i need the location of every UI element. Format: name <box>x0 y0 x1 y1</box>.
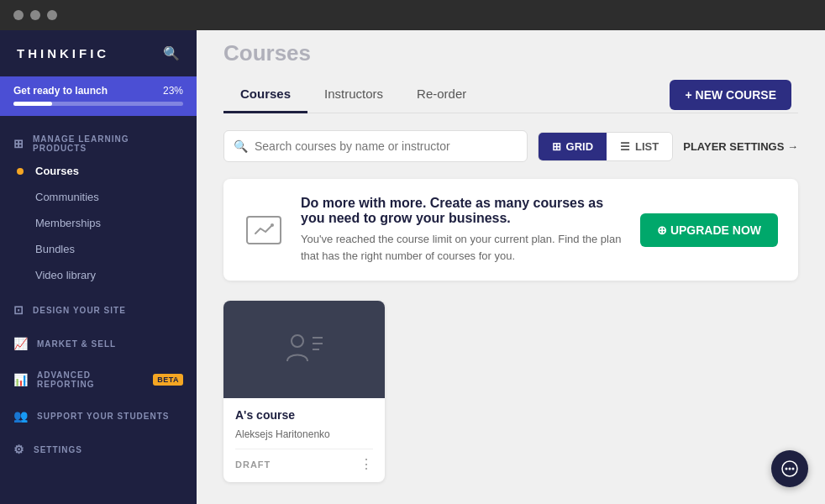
player-settings-link[interactable]: PLAYER SETTINGS → <box>683 140 798 153</box>
sidebar-section-manage-learning: ⊞ MANAGE LEARNING PRODUCTS Courses Commu… <box>0 123 197 288</box>
design-site-icon: ⊡ <box>13 303 24 317</box>
progress-header: Get ready to launch 23% <box>13 85 183 97</box>
chat-bubble-button[interactable] <box>771 450 808 487</box>
traffic-light-3[interactable] <box>47 10 57 20</box>
search-wrapper: 🔍 <box>223 130 528 162</box>
app-layout: THINKIFIC 🔍 Get ready to launch 23% ⊞ MA… <box>0 30 825 504</box>
new-course-button[interactable]: + NEW COURSE <box>670 80 791 110</box>
grid-icon: ⊞ <box>552 140 561 153</box>
grid-view-button[interactable]: ⊞ GRID <box>539 133 607 160</box>
progress-label: Get ready to launch <box>13 85 108 97</box>
banner-icon <box>244 210 284 250</box>
list-icon: ☰ <box>620 140 630 153</box>
svg-point-7 <box>786 468 788 470</box>
list-view-button[interactable]: ☰ LIST <box>607 133 672 160</box>
tab-reorder[interactable]: Re-order <box>400 76 483 113</box>
tab-courses[interactable]: Courses <box>223 76 307 113</box>
title-bar <box>0 0 825 30</box>
view-toggle: ⊞ GRID ☰ LIST <box>538 132 674 161</box>
course-footer: DRAFT ⋮ <box>235 449 373 472</box>
beta-badge: BETA <box>153 374 183 386</box>
tabs-row: Courses Instructors Re-order + NEW COURS… <box>223 76 798 113</box>
sidebar-section-market-sell-label[interactable]: 📈 MARKET & SELL <box>0 325 197 355</box>
page-title: Courses <box>223 40 798 66</box>
banner-description: You've reached the course limit on your … <box>301 231 623 264</box>
svg-point-8 <box>789 468 791 470</box>
sidebar: THINKIFIC 🔍 Get ready to launch 23% ⊞ MA… <box>0 30 197 504</box>
svg-point-9 <box>792 468 795 470</box>
filter-bar: 🔍 ⊞ GRID ☰ LIST PLAYER SETTINGS → <box>223 130 798 162</box>
svg-point-2 <box>292 335 303 347</box>
sidebar-progress: Get ready to launch 23% <box>0 76 197 116</box>
sidebar-section-support-students-label[interactable]: 👥 SUPPORT YOUR STUDENTS <box>0 397 197 428</box>
search-input[interactable] <box>223 130 528 162</box>
course-author: Aleksejs Haritonenko <box>235 428 373 440</box>
sidebar-header: THINKIFIC 🔍 <box>0 30 197 76</box>
course-status: DRAFT <box>235 459 271 470</box>
sidebar-item-courses[interactable]: Courses <box>0 158 197 184</box>
sidebar-section-settings: ⚙ SETTINGS <box>0 431 197 461</box>
traffic-light-2[interactable] <box>30 10 40 20</box>
search-icon[interactable]: 🔍 <box>163 45 180 61</box>
banner-title: Do more with more. Create as many course… <box>301 196 623 226</box>
course-grid: A's course Aleksejs Haritonenko DRAFT ⋮ <box>223 301 798 482</box>
support-students-icon: 👥 <box>13 409 29 423</box>
sidebar-logo: THINKIFIC <box>17 46 109 60</box>
progress-fill <box>13 102 52 106</box>
sidebar-section-advanced-reporting: 📊 ADVANCED REPORTING BETA <box>0 359 197 394</box>
sidebar-section-market-sell: 📈 MARKET & SELL <box>0 325 197 355</box>
course-thumbnail <box>223 301 385 398</box>
manage-learning-icon: ⊞ <box>13 137 24 150</box>
sidebar-section-design-site-label[interactable]: ⊡ DESIGN YOUR SITE <box>0 291 197 322</box>
advanced-reporting-icon: 📊 <box>13 373 29 386</box>
settings-icon: ⚙ <box>13 443 25 456</box>
tab-instructors[interactable]: Instructors <box>307 76 400 113</box>
traffic-light-1[interactable] <box>13 10 24 20</box>
search-icon: 🔍 <box>234 139 248 153</box>
banner-text: Do more with more. Create as many course… <box>301 196 623 264</box>
svg-point-1 <box>271 223 274 227</box>
sidebar-item-bundles[interactable]: Bundles <box>0 236 197 262</box>
sidebar-section-settings-label[interactable]: ⚙ SETTINGS <box>0 431 197 461</box>
sidebar-item-video-library[interactable]: Video library <box>0 262 197 288</box>
page-header: Courses Courses Instructors Re-order + N… <box>197 30 825 113</box>
course-card: A's course Aleksejs Haritonenko DRAFT ⋮ <box>223 301 385 482</box>
course-menu-button[interactable]: ⋮ <box>360 456 373 472</box>
market-sell-icon: 📈 <box>13 337 29 350</box>
sidebar-section-manage-learning-label: ⊞ MANAGE LEARNING PRODUCTS <box>0 123 197 158</box>
sidebar-section-advanced-reporting-label[interactable]: 📊 ADVANCED REPORTING BETA <box>0 359 197 394</box>
course-name: A's course <box>235 408 373 422</box>
main-content: Courses Courses Instructors Re-order + N… <box>197 30 825 504</box>
sidebar-item-communities[interactable]: Communities <box>0 184 197 210</box>
upgrade-now-button[interactable]: ⊕ UPGRADE NOW <box>640 213 778 247</box>
sidebar-item-memberships[interactable]: Memberships <box>0 210 197 236</box>
course-info: A's course Aleksejs Haritonenko DRAFT ⋮ <box>223 398 385 482</box>
content-area: 🔍 ⊞ GRID ☰ LIST PLAYER SETTINGS → <box>197 113 825 504</box>
upgrade-banner: Do more with more. Create as many course… <box>223 179 798 281</box>
sidebar-section-design-site: ⊡ DESIGN YOUR SITE <box>0 291 197 322</box>
progress-track <box>13 102 183 106</box>
tabs-left: Courses Instructors Re-order <box>223 76 483 113</box>
progress-percentage: 23% <box>163 85 183 97</box>
sidebar-section-support-students: 👥 SUPPORT YOUR STUDENTS <box>0 397 197 428</box>
